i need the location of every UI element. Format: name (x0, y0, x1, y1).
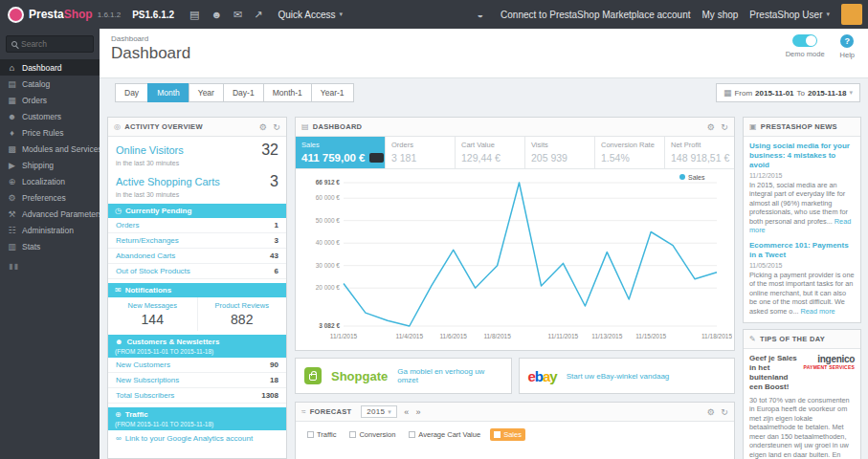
kpi-sales[interactable]: Sales 411 759,00 € (296, 137, 386, 168)
sidebar-item-stats[interactable]: ▥Stats (0, 238, 100, 254)
user-menu[interactable]: PrestaShop User ▾ (749, 10, 830, 20)
range-year-1-button[interactable]: Year-1 (311, 83, 354, 102)
refresh-icon[interactable]: ↻ (721, 407, 728, 417)
user-avatar[interactable] (841, 4, 862, 25)
breadcrumb[interactable]: Dashboard (100, 29, 868, 43)
sidebar-item-label: Administration (22, 226, 74, 235)
total-subscribers-link[interactable]: Total Subscribers (116, 391, 174, 400)
prestashop-logo[interactable]: PrestaShop 1.6.1.2 (0, 7, 128, 23)
connect-marketplace-link[interactable]: Connect to PrestaShop Marketplace accoun… (501, 10, 690, 20)
read-more-link[interactable]: Read more (801, 307, 835, 316)
news-article-title[interactable]: Using social media for your business: 4 … (749, 142, 855, 170)
kpi-orders[interactable]: Orders 3 181 (386, 137, 456, 168)
dashboard-icon: ▤ (301, 122, 309, 131)
gear-icon[interactable]: ⚙ (707, 122, 715, 132)
sidebar-collapse-button[interactable]: ▮▮ (0, 254, 100, 278)
ebay-ad-link[interactable]: Start uw eBay-winkel vandaag (567, 372, 670, 381)
main-content: Dashboard Dashboard Demo mode ? Help Day… (100, 29, 868, 459)
envelope-icon[interactable]: ✉ (234, 9, 242, 21)
legend-average-cart-value[interactable]: Average Cart Value (405, 428, 484, 441)
sidebar-item-orders[interactable]: ▦Orders (0, 92, 100, 108)
range-day-1-button[interactable]: Day-1 (223, 83, 264, 102)
rocket-icon[interactable]: ↗ (254, 9, 262, 21)
ebay-ad-card[interactable]: ebay Start uw eBay-winkel vandaag (519, 358, 736, 394)
returns-link[interactable]: Return/Exchanges (116, 236, 179, 245)
svg-text:11/11/2015: 11/11/2015 (548, 333, 579, 339)
search-input[interactable] (21, 39, 88, 49)
new-messages-link[interactable]: New Messages (110, 301, 195, 310)
my-shop-link[interactable]: My shop (702, 10, 739, 20)
chart-icon: ▥ (7, 242, 17, 251)
cart-icon[interactable]: ▤ (189, 9, 199, 21)
sidebar-item-modules[interactable]: ▩Modules and Services (0, 141, 100, 157)
help-icon[interactable]: ? (840, 34, 854, 48)
abandoned-carts-link[interactable]: Abandoned Carts (116, 251, 175, 260)
demo-mode-toggle[interactable] (792, 34, 817, 47)
legend-sales[interactable]: Sales (490, 428, 525, 441)
refresh-icon[interactable]: ↻ (721, 122, 728, 132)
online-visitors-link[interactable]: Online Visitors (116, 144, 184, 156)
sidebar-menu: ⌂Dashboard ▤Catalog ▦Orders ☻Customers ♦… (0, 59, 100, 254)
quick-access-menu[interactable]: Quick Access ▾ (278, 10, 344, 20)
active-carts-link[interactable]: Active Shopping Carts (116, 176, 220, 187)
sidebar-item-localization[interactable]: ⊕Localization (0, 173, 100, 189)
out-of-stock-link[interactable]: Out of Stock Products (116, 267, 190, 275)
orders-count: 1 (275, 221, 278, 230)
kpi-conversion-rate[interactable]: Conversion Rate 1.54% (595, 137, 665, 168)
date-range-picker[interactable]: ▦ From 2015-11-01 To 2015-11-18 ▾ (716, 83, 860, 102)
pending-row: Return/Exchanges3 (108, 233, 286, 249)
sidebar-item-label: Advanced Parameters (22, 209, 100, 219)
kpi-net-profit[interactable]: Net Profit 148 918,51 € (665, 137, 734, 168)
svg-text:3 082 €: 3 082 € (319, 322, 340, 329)
tips-text: 30 tot 70% van de consumenten in Europa … (749, 396, 855, 459)
range-day-button[interactable]: Day (115, 83, 148, 102)
refresh-icon[interactable]: ↻ (273, 122, 280, 132)
new-customers-link[interactable]: New Customers (116, 361, 170, 369)
forecast-next-button[interactable]: » (416, 407, 421, 417)
sidebar-item-advanced-parameters[interactable]: ⚒Advanced Parameters (0, 206, 100, 222)
tips-body: Geef je Sales in het buitenland een Boos… (744, 349, 860, 459)
kpi-cart-value[interactable]: Cart Value 129,44 € (456, 137, 525, 168)
gear-icon[interactable]: ⚙ (707, 407, 715, 417)
product-reviews-link[interactable]: Product Reviews (200, 301, 285, 310)
link-icon: ∞ (116, 434, 122, 443)
orders-link[interactable]: Orders (116, 221, 139, 230)
sidebar-item-catalog[interactable]: ▤Catalog (0, 76, 100, 92)
sidebar-item-administration[interactable]: ☷Administration (0, 222, 100, 238)
sidebar-search[interactable] (6, 35, 94, 53)
sidebar-item-preferences[interactable]: ⚙Preferences (0, 189, 100, 206)
kpi-visits[interactable]: Visits 205 939 (525, 137, 595, 168)
chevron-down-icon: ▾ (388, 408, 391, 416)
shopgate-ad-card[interactable]: Shopgate Ga mobiel en verhoog uw omzet (295, 358, 512, 394)
svg-text:40 000 €: 40 000 € (316, 239, 341, 246)
range-month-1-button[interactable]: Month-1 (263, 83, 312, 102)
checkbox-icon (409, 431, 415, 438)
sidebar-item-dashboard[interactable]: ⌂Dashboard (0, 59, 100, 76)
chevron-down-icon: ▾ (340, 11, 344, 18)
find-more-news-link[interactable]: Find more news (749, 321, 855, 323)
range-month-button[interactable]: Month (147, 83, 189, 102)
legend-conversion[interactable]: Conversion (345, 428, 399, 441)
forecast-icon: ≈ (301, 407, 306, 416)
clock-icon: ◷ (115, 207, 122, 215)
google-analytics-link[interactable]: ∞ Link to your Google Analytics account (108, 430, 286, 447)
new-subscriptions-link[interactable]: New Subscriptions (116, 376, 179, 384)
gear-icon[interactable]: ⚙ (259, 122, 267, 132)
search-icon (11, 41, 17, 47)
user-icon[interactable]: ☻ (211, 9, 223, 20)
legend-traffic[interactable]: Traffic (303, 428, 340, 441)
checkbox-icon (349, 431, 356, 438)
shop-version-label: PS1.6.1.2 (132, 10, 174, 20)
sidebar-item-customers[interactable]: ☻Customers (0, 108, 100, 124)
sidebar-item-price-rules[interactable]: ♦Price Rules (0, 124, 100, 141)
out-of-stock-count: 6 (275, 267, 278, 275)
forecast-panel: ≈ FORECAST 2015 ▾ « » ⚙ ↻ Traffic Conver… (295, 402, 735, 459)
range-year-button[interactable]: Year (189, 83, 224, 102)
forecast-prev-button[interactable]: « (404, 407, 409, 417)
panel-header: ▣ PRESTASHOP NEWS (744, 118, 860, 137)
sidebar-item-shipping[interactable]: ▶Shipping (0, 157, 100, 173)
news-article-title[interactable]: Ecommerce 101: Payments in a Tweet (749, 241, 855, 260)
shopgate-ad-link[interactable]: Ga mobiel en verhoog uw omzet (397, 367, 501, 384)
prestashop-news-panel: ▣ PRESTASHOP NEWS Using social media for… (743, 117, 861, 323)
forecast-year-select[interactable]: 2015 ▾ (361, 405, 397, 418)
